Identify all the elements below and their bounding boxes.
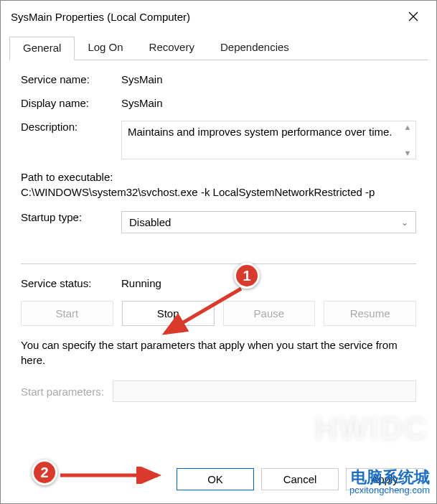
description-textbox[interactable]: Maintains and improves system performanc… — [121, 121, 416, 159]
service-status-value: Running — [121, 277, 416, 289]
resume-button: Resume — [324, 301, 416, 326]
divider — [21, 263, 416, 264]
service-name-label: Service name: — [21, 73, 121, 85]
tab-content: Service name: SysMain Display name: SysM… — [1, 60, 436, 461]
stop-button[interactable]: Stop — [122, 301, 215, 326]
close-icon — [408, 11, 418, 22]
description-scrollbar[interactable]: ▲ ▼ — [401, 123, 414, 157]
scroll-up-icon[interactable]: ▲ — [404, 123, 412, 131]
tab-dependencies[interactable]: Dependencies — [207, 37, 302, 60]
annotation-callout-1: 1 — [234, 263, 260, 289]
scroll-down-icon[interactable]: ▼ — [404, 149, 412, 157]
startup-type-value: Disabled — [129, 216, 171, 228]
path-value: C:\WINDOWS\system32\svchost.exe -k Local… — [21, 186, 416, 198]
tab-general[interactable]: General — [9, 37, 75, 60]
watermark-url: pcxitongcheng.com — [349, 485, 430, 495]
watermark-brand-text: 电脑系统城 — [351, 468, 430, 486]
start-button: Start — [21, 301, 113, 326]
tab-recovery[interactable]: Recovery — [136, 37, 207, 60]
window-title: SysMain Properties (Local Computer) — [11, 11, 190, 23]
service-name-value: SysMain — [121, 73, 416, 85]
service-status-label: Service status: — [21, 277, 121, 289]
display-name-label: Display name: — [21, 97, 121, 109]
close-button[interactable] — [399, 5, 428, 28]
watermark-hwidc: HWIDC — [314, 411, 428, 447]
start-params-input — [113, 381, 416, 402]
tab-log-on[interactable]: Log On — [75, 37, 136, 60]
watermark-brand: 电脑系统城 pcxitongcheng.com — [349, 469, 430, 495]
chevron-down-icon: ⌄ — [401, 218, 408, 228]
startup-type-label: Startup type: — [21, 211, 121, 223]
display-name-value: SysMain — [121, 97, 416, 109]
annotation-callout-2: 2 — [32, 459, 57, 485]
pause-button: Pause — [223, 301, 316, 326]
description-label: Description: — [21, 121, 121, 133]
service-control-buttons: Start Stop Pause Resume — [21, 301, 416, 326]
start-params-label: Start parameters: — [21, 386, 104, 398]
ok-button[interactable]: OK — [177, 468, 254, 490]
path-label: Path to executable: — [21, 171, 416, 183]
startup-type-select[interactable]: Disabled ⌄ — [121, 211, 416, 233]
description-text: Maintains and improves system performanc… — [128, 126, 392, 138]
titlebar: SysMain Properties (Local Computer) — [1, 1, 436, 32]
tab-strip: General Log On Recovery Dependencies — [9, 37, 428, 60]
cancel-button[interactable]: Cancel — [261, 468, 339, 490]
start-params-note: You can specify the start parameters tha… — [21, 337, 416, 368]
